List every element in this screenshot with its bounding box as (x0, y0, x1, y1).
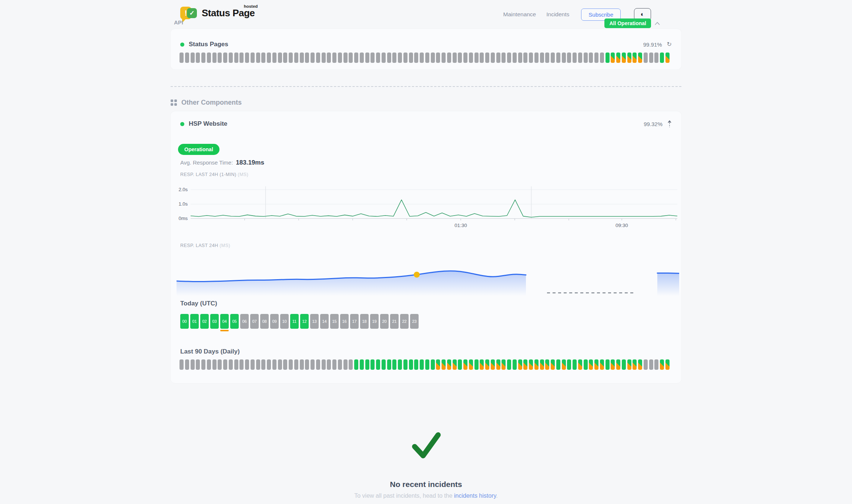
uptime-bar (496, 53, 500, 63)
uptime-bar (283, 53, 287, 63)
uptime-bar (414, 53, 418, 63)
uptime-bar (523, 359, 527, 370)
hour-block-11: 11 (290, 314, 299, 329)
chevron-up-icon[interactable] (655, 22, 660, 25)
component-right: 99.32% (644, 120, 672, 128)
uptime-bar (392, 53, 396, 63)
hour-block-06: 06 (240, 314, 249, 329)
uptime-bar (502, 359, 506, 370)
uptime-bar (485, 53, 489, 63)
uptime-bar (185, 359, 189, 370)
avg-response-label: Avg. Response Time: (180, 159, 233, 166)
uptime-bar (660, 359, 664, 370)
uptime-bar (229, 53, 233, 63)
half-circle-theme-icon: ◐ (641, 11, 644, 18)
component-row[interactable]: HSP Website 99.32% (180, 119, 672, 128)
uptime-bar (272, 359, 276, 370)
uptime-bar (480, 359, 484, 370)
uptime-bar (649, 53, 653, 63)
uptime-bar (551, 359, 555, 370)
hour-block-03: 03 (210, 314, 219, 329)
uptime-bar (469, 53, 473, 63)
refresh-icon[interactable]: ↻ (667, 41, 672, 47)
uptime-bar (638, 53, 642, 63)
uptime-bar (201, 359, 205, 370)
uptime-bar (463, 53, 467, 63)
uptime-bar (545, 359, 549, 370)
uptime-bar (294, 359, 298, 370)
uptime-bar (289, 359, 293, 370)
uptime-bar (245, 359, 249, 370)
uptime-bar (212, 53, 217, 63)
uptime-bar (458, 359, 462, 370)
uptime-bar (518, 359, 522, 370)
hour-block-19: 19 (370, 314, 379, 329)
uptime-bar (218, 53, 222, 63)
avg-response-value: 183.19ms (236, 159, 264, 166)
logo[interactable]: ! ✓ hosted Status Page (180, 5, 255, 24)
hour-block-09: 09 (270, 314, 279, 329)
uptime-bar (567, 359, 571, 370)
uptime-bar (272, 53, 276, 63)
uptime-bar (349, 53, 353, 63)
incidents-history-link[interactable]: incidents history (454, 493, 496, 499)
hour-block-21: 21 (390, 314, 399, 329)
uptime-bar (256, 359, 260, 370)
uptime-bar (573, 359, 577, 370)
response-time-line-chart (177, 183, 679, 221)
uptime-bar (616, 53, 620, 63)
uptime-bar (392, 359, 396, 370)
uptime-bar (360, 53, 364, 63)
hour-block-05: 05 (230, 314, 239, 329)
uptime-bar (365, 359, 369, 370)
uptime-bar (507, 359, 511, 370)
uptime-bar (420, 53, 424, 63)
hour-block-16: 16 (340, 314, 349, 329)
uptime-bar (409, 53, 413, 63)
uptime-bars-hsp-website (180, 359, 670, 370)
uptime-bar (627, 359, 631, 370)
component-left: Status Pages (180, 41, 228, 48)
uptime-bar (485, 359, 489, 370)
hour-block-04: 04 (220, 314, 229, 329)
uptime-bar (606, 53, 610, 63)
response-time-area-chart (177, 252, 679, 304)
uptime-bar (278, 53, 282, 63)
hour-block-13: 13 (310, 314, 319, 329)
overall-status-row: All Operational (604, 18, 660, 28)
uptime-bar (300, 53, 304, 63)
component-name: Status Pages (189, 41, 228, 48)
uptime-bar (654, 359, 658, 370)
uptime-bar (578, 53, 582, 63)
uptime-bars-status-pages (180, 53, 670, 63)
collapse-arrow-icon[interactable] (667, 120, 672, 128)
uptime-bar (239, 53, 244, 63)
uptime-bar (496, 359, 500, 370)
uptime-bar (534, 53, 539, 63)
uptime-bar (442, 53, 446, 63)
nav-incidents[interactable]: Incidents (546, 11, 569, 18)
uptime-bar (398, 359, 402, 370)
no-recent-incidents-title: No recent incidents (0, 480, 852, 489)
uptime-bar (332, 53, 336, 63)
nav-maintenance[interactable]: Maintenance (503, 11, 536, 18)
uptime-bar (267, 359, 271, 370)
uptime-bar (633, 359, 637, 370)
uptime-bar (289, 53, 293, 63)
hour-block-15: 15 (330, 314, 339, 329)
uptime-bar (387, 53, 391, 63)
uptime-bar (376, 359, 380, 370)
uptime-bar (578, 359, 582, 370)
no-incidents-check-icon (410, 430, 443, 464)
uptime-bar (316, 53, 320, 63)
hour-block-00: 00 (180, 314, 189, 329)
uptime-bar (370, 359, 375, 370)
uptime-bar (425, 359, 429, 370)
component-name: HSP Website (189, 120, 227, 128)
uptime-bar (343, 359, 348, 370)
uptime-bar (360, 359, 364, 370)
uptime-bar (305, 53, 309, 63)
today-heading: Today (UTC) (180, 300, 217, 307)
hour-block-12: 12 (300, 314, 309, 329)
uptime-bar (540, 359, 544, 370)
